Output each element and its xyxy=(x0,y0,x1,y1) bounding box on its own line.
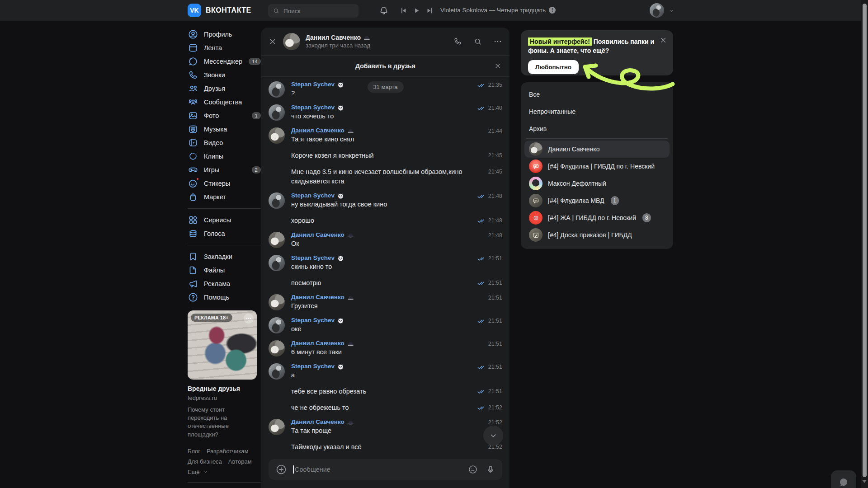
footer-link[interactable]: Блог xyxy=(188,448,200,455)
sender-avatar[interactable] xyxy=(269,363,285,380)
author-name-link[interactable]: Даниил Савченко xyxy=(291,418,344,426)
author-name-link[interactable]: Даниил Савченко xyxy=(291,339,344,347)
message-input[interactable]: Сообщение xyxy=(269,459,502,480)
sender-avatar[interactable] xyxy=(269,317,285,333)
sidebar-item-help[interactable]: Помощь xyxy=(188,291,261,304)
sender-avatar[interactable] xyxy=(269,255,285,271)
promo-close-icon[interactable] xyxy=(659,36,667,44)
author-name-link[interactable]: Stepan Sychev xyxy=(291,103,335,112)
sender-avatar[interactable] xyxy=(269,81,285,98)
sidebar-item-files[interactable]: Файлы xyxy=(188,263,261,277)
chat-list-item[interactable]: [#4] Флудилка | ГИБДД по г. Невский xyxy=(524,158,670,175)
bubble-icon xyxy=(533,163,539,170)
scrollbar-thumb[interactable] xyxy=(863,4,867,477)
next-track-icon[interactable] xyxy=(426,7,434,14)
scroll-to-bottom-button[interactable] xyxy=(483,426,503,446)
message-list[interactable]: 31 мартаStepan Sychev?21:35Stepan Sychev… xyxy=(261,77,509,453)
chat-list-item[interactable]: [#4] Флудилка МВД1 xyxy=(524,192,670,209)
sidebar-item-label: Мессенджер xyxy=(204,58,249,65)
sidebar-item-voices[interactable]: Голоса xyxy=(188,227,261,240)
chat-list-item[interactable]: Максон Дефолтный xyxy=(524,175,670,192)
attach-icon[interactable] xyxy=(275,464,287,475)
author-name-link[interactable]: Даниил Савченко xyxy=(291,293,344,301)
sidebar-item-music[interactable]: Музыка xyxy=(188,122,261,136)
footer-link[interactable]: Разработчикам xyxy=(207,448,248,455)
footer-link[interactable]: Для бизнеса xyxy=(188,458,222,465)
previous-track-icon[interactable] xyxy=(400,7,407,14)
author-name-link[interactable]: Stepan Sychev xyxy=(291,80,335,89)
notifications-bell-icon[interactable] xyxy=(379,5,389,15)
author-name-link[interactable]: Stepan Sychev xyxy=(291,192,335,200)
author-name-link[interactable]: Даниил Савченко xyxy=(291,231,344,239)
sidebar-item-video[interactable]: Видео xyxy=(188,136,261,150)
ad-more-icon[interactable] xyxy=(244,314,254,324)
sidebar-item-ads[interactable]: Реклама xyxy=(188,277,261,291)
play-icon[interactable] xyxy=(413,7,420,14)
ad-image[interactable]: РЕКЛАМА 18+ xyxy=(188,310,257,380)
profile-menu-chevron-icon[interactable] xyxy=(668,8,675,14)
message-text: а xyxy=(291,371,473,380)
add-friend-banner[interactable]: Добавить в друзья xyxy=(261,56,509,77)
banner-close-icon[interactable] xyxy=(494,62,501,70)
ad-title[interactable]: Вредные друзья xyxy=(188,385,257,392)
now-playing[interactable]: Violetta Sokolova — Четыре тридцать ! xyxy=(440,7,556,14)
footer-link[interactable]: Авторам xyxy=(228,458,252,465)
more-options-icon[interactable] xyxy=(493,37,502,46)
peer-name[interactable]: Даниил Савченко xyxy=(306,34,361,41)
sidebar-item-calls[interactable]: Звонки xyxy=(188,68,261,82)
microphone-icon[interactable] xyxy=(486,465,495,474)
chat-list-item[interactable]: Даниил Савченко xyxy=(524,141,670,158)
profile-avatar[interactable] xyxy=(650,3,664,18)
sidebar-item-market[interactable]: Маркет xyxy=(188,190,261,204)
sidebar-item-profile[interactable]: Профиль xyxy=(188,28,261,41)
support-chat-button[interactable] xyxy=(831,470,856,488)
chat-list-item[interactable]: [#4] ЖА | ГИБДД по г. Невский8 xyxy=(524,209,670,226)
message-row: Stepan Sychevчто хочешь то21:40 xyxy=(269,103,502,121)
footer-more-link[interactable]: Ещё xyxy=(188,469,261,475)
sender-avatar[interactable] xyxy=(269,232,285,248)
emoji-icon[interactable] xyxy=(468,465,478,474)
chat-search-icon[interactable] xyxy=(473,37,482,46)
message-body: хорошо xyxy=(291,216,473,225)
sender-avatar[interactable] xyxy=(269,419,285,435)
sidebar-item-bookmarks[interactable]: Закладки xyxy=(188,250,261,263)
chat-filter-archive[interactable]: Архив xyxy=(524,120,670,137)
sidebar-item-stickers[interactable]: Стикеры xyxy=(188,177,261,190)
sender-avatar[interactable] xyxy=(269,104,285,121)
scrollbar-down-arrow[interactable] xyxy=(862,480,867,483)
ad-domain[interactable]: fedpress.ru xyxy=(188,394,257,401)
author-name-link[interactable]: Stepan Sychev xyxy=(291,254,335,262)
chat-list-item[interactable]: [#4] Доска приказов | ГИБДД xyxy=(524,226,670,244)
author-name-link[interactable]: Stepan Sychev xyxy=(291,316,335,324)
sidebar-item-messenger[interactable]: Мессенджер14 xyxy=(188,55,261,68)
search-input[interactable]: Поиск xyxy=(268,4,359,18)
promo-button[interactable]: Любопытно xyxy=(528,60,579,74)
vk-logo[interactable]: VK ВКОНТАКТЕ xyxy=(188,4,251,17)
sidebar-item-communities[interactable]: Сообщества xyxy=(188,95,261,109)
profile-icon xyxy=(188,29,198,40)
author-name-link[interactable]: Stepan Sychev xyxy=(291,362,335,371)
sidebar-item-games[interactable]: Игры2 xyxy=(188,163,261,177)
bubble-tan-icon xyxy=(533,197,539,204)
stickers-icon xyxy=(188,178,198,189)
sender-avatar[interactable] xyxy=(269,294,285,310)
read-checks-icon xyxy=(477,389,486,394)
author-name-link[interactable]: Даниил Савченко xyxy=(291,127,344,135)
sender-avatar[interactable] xyxy=(269,127,285,144)
sidebar-item-clips[interactable]: Клипы xyxy=(188,150,261,163)
sidebar-item-photos[interactable]: Фото1 xyxy=(188,109,261,122)
chat-filter-unread[interactable]: Непрочитанные xyxy=(524,103,670,120)
mini-player xyxy=(400,7,434,14)
sidebar-item-feed[interactable]: Лента xyxy=(188,41,261,55)
message-time: 21:52 xyxy=(488,404,502,412)
call-icon[interactable] xyxy=(453,37,462,46)
message-body: Даниил СавченкоГрузится xyxy=(291,293,484,311)
sender-avatar[interactable] xyxy=(269,340,285,357)
sender-avatar[interactable] xyxy=(269,192,285,209)
close-chat-icon[interactable] xyxy=(269,38,277,46)
peer-avatar[interactable] xyxy=(283,33,300,50)
sidebar-item-services[interactable]: Сервисы xyxy=(188,213,261,227)
chat-filter-all[interactable]: Все xyxy=(524,86,670,103)
sidebar-item-friends[interactable]: Друзья xyxy=(188,82,261,95)
target-icon xyxy=(533,215,539,221)
